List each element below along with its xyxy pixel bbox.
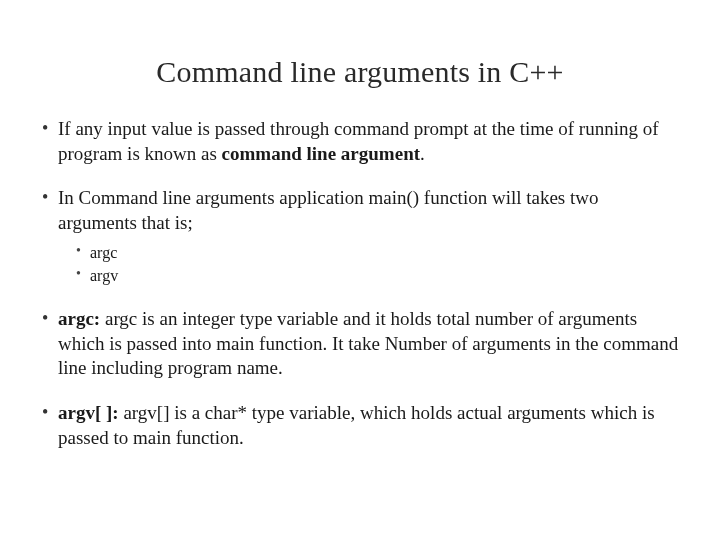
bullet-item: In Command line arguments application ma… bbox=[40, 186, 680, 287]
sub-item: argc bbox=[76, 242, 680, 264]
bullet-text: In Command line arguments application ma… bbox=[58, 187, 599, 233]
bullet-post: argv[] is a char* type variable, which h… bbox=[58, 402, 655, 448]
sub-item: argv bbox=[76, 265, 680, 287]
bullet-bold: command line argument bbox=[222, 143, 420, 164]
bullet-bold-lead: argc: bbox=[58, 308, 100, 329]
bullet-list: If any input value is passed through com… bbox=[40, 117, 680, 450]
bullet-bold-lead: argv[ ]: bbox=[58, 402, 119, 423]
slide-title: Command line arguments in C++ bbox=[40, 55, 680, 89]
bullet-post: argc is an integer type variable and it … bbox=[58, 308, 678, 378]
bullet-item: argv[ ]: argv[] is a char* type variable… bbox=[40, 401, 680, 450]
sub-text: argc bbox=[90, 244, 117, 261]
bullet-post: . bbox=[420, 143, 425, 164]
bullet-item: argc: argc is an integer type variable a… bbox=[40, 307, 680, 381]
slide: Command line arguments in C++ If any inp… bbox=[0, 0, 720, 540]
bullet-item: If any input value is passed through com… bbox=[40, 117, 680, 166]
sub-text: argv bbox=[90, 267, 118, 284]
sub-list: argc argv bbox=[76, 242, 680, 287]
